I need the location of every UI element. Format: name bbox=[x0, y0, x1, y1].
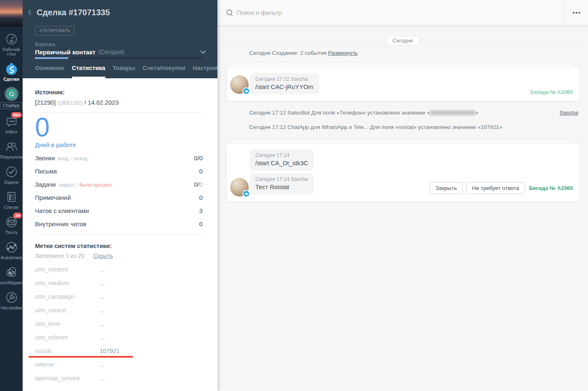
funnel-label: Воронка bbox=[35, 42, 55, 47]
chevron-down-icon bbox=[200, 48, 206, 56]
chatapp-icon bbox=[5, 87, 19, 101]
sidebar-item-label: Задачи bbox=[0, 180, 23, 185]
source-separator: / bbox=[84, 99, 86, 106]
stat-label: Примечаний bbox=[35, 194, 71, 201]
days-in-work-value: 0 bbox=[35, 114, 203, 141]
stage-selector[interactable]: Первичный контакт (Сегодня) bbox=[35, 48, 206, 56]
marks-value: ... bbox=[100, 293, 105, 300]
marks-value: ... bbox=[100, 307, 105, 314]
sidebar-item-label: Рабочий стол bbox=[0, 47, 23, 56]
system-event-line: Сегодня 17:12 SalesBot Для поля «Телефон… bbox=[249, 110, 563, 116]
message-card[interactable]: Сегодня 17:14 /start CA_Dt_stk3C Сегодня… bbox=[226, 143, 580, 202]
marks-row-openstat-service: openstat_service ... bbox=[35, 375, 203, 382]
search-input[interactable] bbox=[237, 9, 564, 16]
feed-panel: Сегодня Сегодня Создание: 2 события Разв… bbox=[217, 0, 588, 391]
stat-value: 0/0 bbox=[194, 181, 203, 188]
message-bubble: Сегодня 17:14 Sascha Тест Roistat bbox=[250, 173, 314, 194]
deal-tabs: Основное Статистика Товары Счета/покупки… bbox=[35, 65, 217, 78]
sidebar-item-mail[interactable]: 24 Почта bbox=[0, 215, 23, 235]
stage-note: (Сегодня) bbox=[98, 49, 124, 55]
marks-label: utm_medium bbox=[35, 280, 100, 286]
avatar bbox=[230, 178, 249, 197]
stat-label: Чатов с клиентами bbox=[35, 207, 89, 214]
sidebar-item-deals[interactable]: Сделки bbox=[0, 62, 23, 82]
account-photo[interactable] bbox=[0, 0, 23, 27]
feed-searchbar bbox=[217, 0, 588, 26]
conversation-link[interactable]: Беседа № А3360 bbox=[529, 185, 573, 191]
stat-row-calls: Звонки вход. / исход. 0/0 bbox=[35, 155, 203, 162]
sidebar-item-buyers[interactable]: Покупатели bbox=[0, 140, 23, 159]
source-line: [21290] (18051282) / 14.02.2023 bbox=[35, 99, 203, 106]
no-reply-needed-button[interactable]: Не требует ответа bbox=[467, 182, 525, 194]
back-icon[interactable] bbox=[28, 7, 35, 17]
marks-label: roistat bbox=[35, 348, 100, 354]
sidebar-item-label: Списки bbox=[0, 205, 23, 210]
marks-hide-link[interactable]: Скрыть bbox=[93, 253, 113, 259]
market-icon bbox=[5, 265, 19, 279]
conversation-link[interactable]: Беседа № А3360 bbox=[530, 89, 573, 95]
stat-value: 3 bbox=[199, 207, 203, 214]
days-in-work-label: Дней в работе bbox=[35, 141, 203, 148]
marks-label: openstat_service bbox=[35, 375, 100, 382]
marks-row-utm-referrer: utm_referrer ... bbox=[35, 334, 203, 341]
sidebar-item-lists[interactable]: Списки bbox=[0, 190, 23, 210]
message-card-stack: Сегодня 17:14 /start CA_Dt_stk3C Сегодня… bbox=[226, 139, 580, 202]
tab-customize[interactable]: Настроить bbox=[193, 65, 217, 78]
stat-sublabel: вход. / исход. bbox=[58, 156, 88, 162]
deal-panel: Сделка #17071335 #ТЕГИРОВАТЬ Воронка Пер… bbox=[23, 0, 217, 391]
stat-label: Задачи bbox=[35, 181, 56, 188]
buyers-icon bbox=[5, 140, 19, 154]
marks-row-referrer: referrer ... bbox=[35, 361, 203, 368]
message-card[interactable]: Сегодня 17:12 Sascha /start CAC-jRuYYOm … bbox=[226, 67, 580, 101]
marks-label: utm_content bbox=[35, 266, 100, 273]
sidebar-item-label: imBox bbox=[0, 130, 23, 134]
sidebar-item-tasks[interactable]: Задачи bbox=[0, 165, 23, 185]
stat-row-client-chats: Чатов с клиентами 3 bbox=[35, 207, 203, 214]
feed-menu-dots-icon[interactable] bbox=[565, 12, 588, 14]
tasks-icon bbox=[5, 165, 19, 179]
marks-row-utm-term: utm_term ... bbox=[35, 321, 203, 327]
sidebar-item-settings[interactable]: Настройки bbox=[0, 290, 23, 310]
message-text: /start CA_Dt_stk3C bbox=[255, 159, 308, 166]
sidebar-item-imbox[interactable]: 864 imBox bbox=[0, 115, 23, 134]
marks-value: ... bbox=[100, 280, 105, 286]
tab-statistics[interactable]: Статистика bbox=[72, 65, 105, 78]
roistat-highlight-underline bbox=[28, 356, 133, 358]
tab-main[interactable]: Основное bbox=[35, 65, 65, 78]
tab-invoices[interactable]: Счета/покупки bbox=[142, 65, 185, 78]
stat-sublabel-overdue: были просроч. bbox=[79, 182, 113, 188]
search-icon bbox=[226, 9, 233, 16]
deal-menu-dots-icon[interactable] bbox=[209, 10, 211, 15]
close-button[interactable]: Закрыть bbox=[430, 182, 463, 194]
date-pill[interactable]: Сегодня bbox=[386, 36, 420, 45]
user-link[interactable]: Sascha bbox=[560, 110, 578, 116]
analytics-icon bbox=[5, 240, 19, 254]
stat-row-internal-chats: Внутренних чатов 0 bbox=[35, 220, 203, 227]
date-divider: Сегодня bbox=[221, 40, 585, 40]
marks-row-utm-source: utm_source ... bbox=[35, 307, 203, 314]
sidebar-item-desktop[interactable]: Рабочий стол bbox=[0, 32, 23, 56]
marks-value: ... bbox=[100, 334, 105, 341]
stat-value: 0 bbox=[199, 168, 203, 175]
chatapp-channel-badge bbox=[243, 190, 250, 197]
dashboard-icon bbox=[5, 32, 19, 46]
sidebar-item-amomarket[interactable]: amoМаркет bbox=[0, 265, 23, 285]
tab-products[interactable]: Товары bbox=[113, 65, 135, 78]
deal-header: Сделка #17071335 #ТЕГИРОВАТЬ Воронка Пер… bbox=[23, 0, 217, 78]
stat-sublabel: закрыт. / bbox=[58, 182, 78, 188]
marks-value: ... bbox=[100, 361, 105, 368]
marks-label: referrer bbox=[35, 361, 100, 368]
lists-icon bbox=[5, 190, 19, 204]
stage-name: Первичный контакт bbox=[35, 49, 96, 56]
marks-row-roistat: roistat 107921 bbox=[35, 348, 203, 354]
marks-label: utm_source bbox=[35, 307, 100, 314]
stat-label: Письма bbox=[35, 168, 57, 175]
sidebar-item-chatapp[interactable]: ChatApp bbox=[0, 87, 23, 109]
tag-button[interactable]: #ТЕГИРОВАТЬ bbox=[35, 26, 75, 35]
stat-value: 0/0 bbox=[194, 155, 203, 162]
sidebar-item-analytics[interactable]: Аналитика bbox=[0, 240, 23, 260]
expand-link[interactable]: Развернуть bbox=[328, 50, 358, 56]
event-text: Сегодня 17:12 SalesBot Для поля «Телефон… bbox=[249, 110, 430, 116]
settings-icon bbox=[5, 290, 19, 304]
marks-filled-line: Заполнено 1 из 20 Скрыть bbox=[35, 253, 203, 259]
